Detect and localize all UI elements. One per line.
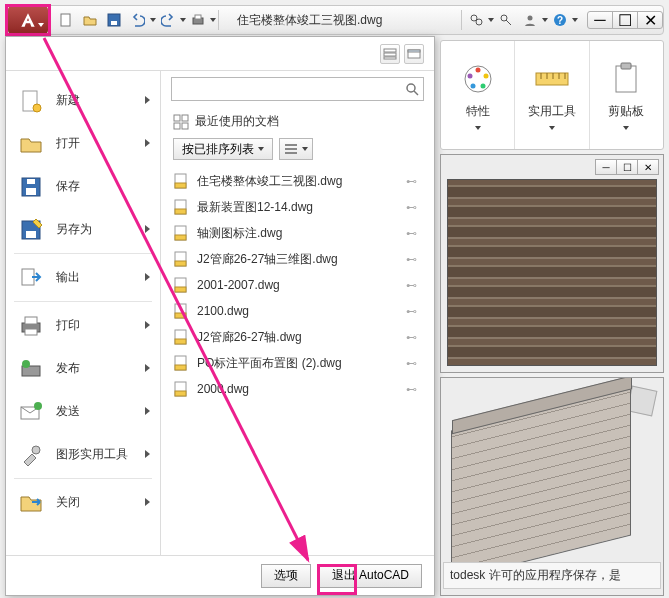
svg-rect-49 [175, 287, 186, 292]
dwg-file-icon [173, 355, 189, 371]
window-controls: ─ ☐ ✕ [588, 11, 663, 29]
exit-button[interactable]: 退出 AutoCAD [319, 564, 422, 588]
chevron-down-icon [258, 147, 264, 151]
svg-rect-11 [384, 49, 396, 52]
tools-icon [16, 440, 46, 470]
menu-close[interactable]: 关闭 [6, 481, 160, 524]
menu-open[interactable]: 打开 [6, 122, 160, 165]
menu-publish[interactable]: 发布 [6, 347, 160, 390]
status-message: todesk 许可的应用程序保存，是 [443, 562, 661, 589]
drawing-elevation [447, 179, 657, 366]
minimize-button[interactable]: ─ [587, 11, 613, 29]
help-icon[interactable]: ? [548, 8, 572, 32]
recent-file-item[interactable]: J2管廊26-27轴三维图.dwg⊷ [161, 246, 434, 272]
qat-open-icon[interactable] [78, 8, 102, 32]
menu-save[interactable]: 保存 [6, 165, 160, 208]
ruler-icon [534, 61, 570, 97]
menu-export[interactable]: 输出 [6, 256, 160, 299]
menu-search[interactable] [171, 77, 424, 101]
dwg-file-icon [173, 277, 189, 293]
svg-point-64 [467, 73, 472, 78]
recent-docs-icon [173, 114, 189, 130]
ribbon-panel-utilities[interactable]: 实用工具 [515, 41, 589, 149]
recent-file-name: 2000.dwg [197, 382, 406, 396]
publish-icon [16, 354, 46, 384]
menu-drawing-utilities[interactable]: 图形实用工具 [6, 433, 160, 476]
recent-docs-toggle-icon[interactable] [380, 44, 400, 64]
svg-point-62 [480, 83, 485, 88]
menu-new[interactable]: 新建 [6, 79, 160, 122]
svg-rect-72 [621, 63, 631, 69]
chevron-down-icon [623, 126, 629, 130]
menu-label: 另存为 [56, 221, 145, 238]
key-icon[interactable] [494, 8, 518, 32]
pin-icon[interactable]: ⊷ [406, 331, 422, 344]
dwg-file-icon [173, 199, 189, 215]
app-menu-button[interactable] [8, 6, 48, 34]
menu-print[interactable]: 打印 [6, 304, 160, 347]
find-icon[interactable] [464, 8, 488, 32]
maximize-button[interactable]: ☐ [612, 11, 638, 29]
autocad-logo-icon [18, 10, 38, 30]
recent-file-item[interactable]: J2管廊26-27轴.dwg⊷ [161, 324, 434, 350]
vp-minimize[interactable]: ─ [595, 159, 617, 175]
ribbon-panel-clipboard[interactable]: 剪贴板 [590, 41, 663, 149]
open-docs-toggle-icon[interactable] [404, 44, 424, 64]
view-mode-dropdown[interactable] [279, 138, 313, 160]
qat-redo-icon[interactable] [156, 8, 180, 32]
chevron-right-icon [145, 96, 150, 106]
menu-label: 打开 [56, 135, 145, 152]
qat-undo-icon[interactable] [126, 8, 150, 32]
pin-icon[interactable]: ⊷ [406, 175, 422, 188]
recent-file-name: J2管廊26-27轴三维图.dwg [197, 251, 406, 268]
pin-icon[interactable]: ⊷ [406, 305, 422, 318]
close-button[interactable]: ✕ [637, 11, 663, 29]
menu-label: 发送 [56, 403, 145, 420]
menu-send[interactable]: 发送 [6, 390, 160, 433]
svg-rect-22 [26, 231, 36, 238]
user-icon[interactable] [518, 8, 542, 32]
svg-point-63 [470, 83, 475, 88]
recent-file-item[interactable]: 轴测图标注.dwg⊷ [161, 220, 434, 246]
pin-icon[interactable]: ⊷ [406, 279, 422, 292]
svg-rect-57 [175, 391, 186, 396]
menu-search-input[interactable] [172, 82, 401, 96]
menu-label: 保存 [56, 178, 150, 195]
menu-label: 输出 [56, 269, 145, 286]
viewport-bottom[interactable]: todesk 许可的应用程序保存，是 [440, 377, 664, 596]
vp-close[interactable]: ✕ [637, 159, 659, 175]
options-button[interactable]: 选项 [261, 564, 311, 588]
svg-rect-47 [175, 261, 186, 266]
chevron-down-icon [210, 18, 216, 22]
svg-rect-15 [408, 50, 420, 52]
pin-icon[interactable]: ⊷ [406, 383, 422, 396]
svg-rect-45 [175, 235, 186, 240]
recent-file-item[interactable]: 最新装置图12-14.dwg⊷ [161, 194, 434, 220]
svg-text:?: ? [557, 15, 563, 26]
svg-point-6 [476, 19, 482, 25]
vp-maximize[interactable]: ☐ [616, 159, 638, 175]
pin-icon[interactable]: ⊷ [406, 201, 422, 214]
qat-print-icon[interactable] [186, 8, 210, 32]
view-cube[interactable] [627, 386, 658, 417]
pin-icon[interactable]: ⊷ [406, 357, 422, 370]
ribbon-panel-properties[interactable]: 特性 [441, 41, 515, 149]
recent-file-item[interactable]: 2100.dwg⊷ [161, 298, 434, 324]
recent-file-item[interactable]: PO标注平面布置图 (2).dwg⊷ [161, 350, 434, 376]
svg-rect-51 [175, 313, 186, 318]
viewport-window-controls: ─ ☐ ✕ [596, 159, 659, 175]
chevron-down-icon [572, 18, 578, 22]
pin-icon[interactable]: ⊷ [406, 227, 422, 240]
viewport-top[interactable]: ─ ☐ ✕ [440, 154, 664, 373]
close-file-icon [16, 488, 46, 518]
recent-file-item[interactable]: 2001-2007.dwg⊷ [161, 272, 434, 298]
menu-label: 关闭 [56, 494, 145, 511]
pin-icon[interactable]: ⊷ [406, 253, 422, 266]
recent-file-item[interactable]: 住宅楼整体竣工三视图.dwg⊷ [161, 168, 434, 194]
sort-dropdown[interactable]: 按已排序列表 [173, 138, 273, 160]
menu-save-as[interactable]: 另存为 [6, 208, 160, 251]
search-icon[interactable] [401, 82, 423, 96]
qat-save-icon[interactable] [102, 8, 126, 32]
recent-file-item[interactable]: 2000.dwg⊷ [161, 376, 434, 402]
qat-new-icon[interactable] [54, 8, 78, 32]
